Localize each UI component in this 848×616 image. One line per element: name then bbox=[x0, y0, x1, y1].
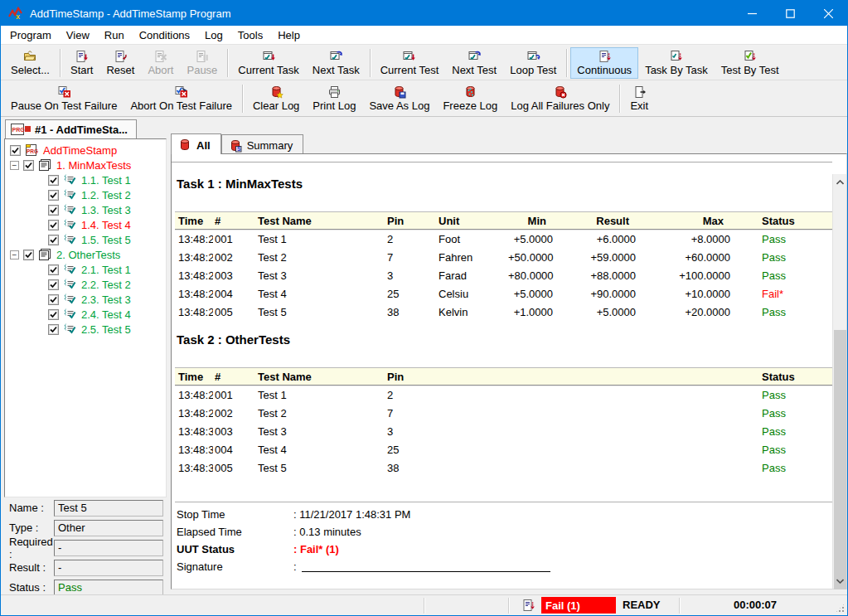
column-header: Test Name bbox=[256, 215, 385, 227]
cell-min: +1.0000 bbox=[508, 306, 558, 318]
tree-checkbox[interactable] bbox=[23, 160, 34, 171]
svg-text:PRG: PRG bbox=[12, 127, 26, 133]
cell-pin: 3 bbox=[385, 269, 437, 282]
tree-checkbox[interactable] bbox=[48, 235, 59, 245]
maximize-button[interactable] bbox=[771, 1, 809, 26]
column-header: Unit bbox=[437, 215, 508, 227]
tree-checkbox[interactable] bbox=[10, 145, 21, 156]
print-log-button[interactable]: Print Log bbox=[306, 83, 362, 114]
title-bar: x AddTimeStamp - AddTimeStamp Program bbox=[1, 1, 847, 26]
tree-item-1-1-test-1[interactable]: 1.1. Test 1 bbox=[5, 172, 166, 187]
tree-item-addtimestamp[interactable]: PRGAddTimeStamp bbox=[5, 143, 166, 158]
tree-item-2-3-test-3[interactable]: 2.3. Test 3 bbox=[5, 292, 166, 307]
document-tab[interactable]: PRG #1 - AddTimeSta... bbox=[5, 119, 137, 138]
tree-item-1-5-test-5[interactable]: 1.5. Test 5 bbox=[5, 232, 166, 247]
tree-item-1-3-test-3[interactable]: 1.3. Test 3 bbox=[5, 202, 166, 217]
menu-item-help[interactable]: Help bbox=[270, 27, 308, 44]
select-button[interactable]: Select... bbox=[4, 47, 56, 79]
resize-grip-icon[interactable] bbox=[835, 603, 846, 614]
menu-item-run[interactable]: Run bbox=[97, 27, 132, 44]
app-icon: x bbox=[8, 6, 23, 21]
property-value-field: - bbox=[54, 560, 163, 576]
tree-item-2-5-test-5[interactable]: 2.5. Test 5 bbox=[5, 322, 166, 337]
toolbar-button-label: Continuous bbox=[577, 64, 632, 76]
freeze-log-button[interactable]: Freeze Log bbox=[436, 83, 504, 114]
menu-item-program[interactable]: Program bbox=[2, 27, 59, 44]
footer-label: Stop Time bbox=[175, 508, 293, 521]
current-test-button[interactable]: Current Test bbox=[374, 47, 446, 79]
cell-unit: Kelvin bbox=[437, 306, 508, 318]
tree-item-2-2-test-2[interactable]: 2.2. Test 2 bbox=[5, 277, 166, 292]
next-test-button[interactable]: Next Test bbox=[445, 47, 503, 79]
reset-button[interactable]: Reset bbox=[99, 47, 141, 79]
scrollbar-thumb[interactable] bbox=[834, 330, 846, 589]
cell-pin: 2 bbox=[385, 233, 437, 245]
start-button[interactable]: Start bbox=[64, 47, 99, 79]
cell-pin: 2 bbox=[385, 389, 437, 401]
column-header: Max bbox=[641, 215, 735, 227]
tree-checkbox[interactable] bbox=[48, 205, 59, 216]
save-as-log-button[interactable]: Save As Log bbox=[362, 83, 436, 114]
cell-unit: Celsiu bbox=[437, 288, 508, 300]
statusbar-separator bbox=[679, 598, 680, 614]
continuous-button[interactable]: Continuous bbox=[570, 47, 638, 79]
tree-checkbox[interactable] bbox=[48, 279, 59, 290]
log-tab-all[interactable]: All bbox=[171, 133, 221, 154]
cell-pin: 25 bbox=[385, 288, 437, 300]
menu-item-log[interactable]: Log bbox=[197, 27, 230, 44]
tree-item-1-4-test-4[interactable]: 1.4. Test 4 bbox=[5, 217, 166, 232]
log-vertical-scrollbar[interactable] bbox=[832, 174, 846, 589]
cell-status: Pass bbox=[735, 306, 832, 318]
test-by-test-icon bbox=[743, 50, 757, 63]
exit-button[interactable]: Exit bbox=[623, 83, 655, 114]
close-button[interactable] bbox=[809, 1, 847, 26]
cell-name: Test 1 bbox=[256, 233, 385, 245]
tree-checkbox[interactable] bbox=[48, 190, 59, 201]
log-table-header: Time#Test NamePinUnitMinResultMaxStatus bbox=[175, 211, 832, 230]
next-task-button[interactable]: Next Task bbox=[306, 47, 366, 79]
collapse-icon[interactable]: − bbox=[10, 250, 19, 259]
task-icon bbox=[38, 159, 52, 172]
tree-item-1-2-test-2[interactable]: 1.2. Test 2 bbox=[5, 187, 166, 202]
cell-name: Test 4 bbox=[256, 288, 385, 300]
tree-checkbox[interactable] bbox=[48, 220, 59, 230]
pause-on-test-failure-button[interactable]: Pause On Test Failure bbox=[4, 83, 124, 114]
tree-item-2-4-test-4[interactable]: 2.4. Test 4 bbox=[5, 307, 166, 322]
abort-on-test-failure-button[interactable]: Abort On Test Failure bbox=[124, 83, 239, 114]
scroll-up-icon[interactable] bbox=[833, 175, 847, 189]
log-tab-summary[interactable]: SSummary bbox=[221, 134, 304, 154]
tree-item-1-minmaxtests[interactable]: −1. MinMaxTests bbox=[5, 158, 166, 172]
property-value-field: Other bbox=[54, 520, 163, 536]
toolbar-button-label: Pause bbox=[187, 64, 217, 76]
tree-item-2-1-test-1[interactable]: 2.1. Test 1 bbox=[5, 262, 166, 277]
clear-log-button[interactable]: Clear Log bbox=[246, 83, 306, 114]
tree-checkbox[interactable] bbox=[48, 294, 59, 305]
toolbar-button-label: Exit bbox=[630, 99, 648, 112]
tree-item-2-othertests[interactable]: −2. OtherTests bbox=[5, 247, 166, 262]
menu-item-tools[interactable]: Tools bbox=[230, 27, 270, 44]
cell-pin: 38 bbox=[385, 462, 437, 474]
scroll-down-icon[interactable] bbox=[833, 574, 847, 588]
footer-row-elapsed-time: Elapsed Time: 0.13 minutes bbox=[175, 523, 832, 541]
cell-min: +50.0000 bbox=[508, 251, 558, 264]
tree-checkbox[interactable] bbox=[48, 309, 59, 320]
toolbar-separator bbox=[242, 85, 243, 113]
footer-label: Elapsed Time bbox=[175, 526, 293, 538]
current-task-button[interactable]: Current Task bbox=[231, 47, 305, 79]
footer-value: : bbox=[293, 560, 297, 573]
collapse-icon[interactable]: − bbox=[10, 161, 19, 170]
test-by-test-button[interactable]: Test By Test bbox=[715, 47, 786, 79]
task-by-task-button[interactable]: Task By Task bbox=[638, 47, 715, 79]
tree-checkbox[interactable] bbox=[48, 264, 59, 275]
minimize-button[interactable] bbox=[733, 1, 771, 26]
log-all-failures-only-button[interactable]: Log All Failures Only bbox=[504, 83, 616, 114]
cell-unit: Foot bbox=[437, 233, 508, 245]
cell-time: 13:48:27 bbox=[175, 288, 213, 300]
tree-checkbox[interactable] bbox=[48, 175, 59, 186]
column-header: Pin bbox=[385, 215, 437, 227]
menu-item-view[interactable]: View bbox=[59, 27, 97, 44]
tree-checkbox[interactable] bbox=[23, 250, 34, 260]
tree-checkbox[interactable] bbox=[48, 324, 59, 335]
menu-item-conditions[interactable]: Conditions bbox=[132, 27, 197, 44]
loop-test-button[interactable]: Loop Test bbox=[503, 47, 563, 79]
